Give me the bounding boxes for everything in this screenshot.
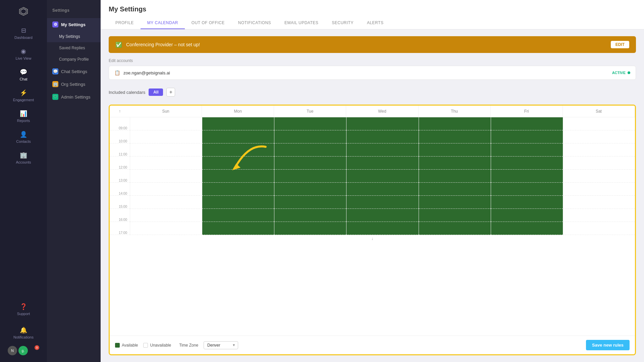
day-cell[interactable] [419, 196, 491, 209]
sidebar-item-engagement[interactable]: ⚡ Engagement [3, 86, 44, 105]
day-col-thu[interactable] [419, 117, 491, 235]
day-cell[interactable] [274, 196, 346, 209]
day-col-sun[interactable] [130, 117, 202, 235]
day-cell[interactable] [346, 209, 418, 222]
day-cell[interactable] [130, 183, 202, 196]
day-cell[interactable] [202, 196, 274, 209]
day-cell[interactable] [419, 183, 491, 196]
sub-sidebar-item-my-settings-sub[interactable]: My Settings [47, 31, 101, 42]
day-cell[interactable] [563, 196, 635, 209]
day-cell[interactable] [202, 143, 274, 157]
day-cell[interactable] [419, 222, 491, 235]
day-cell[interactable] [346, 222, 418, 235]
day-cell[interactable] [130, 196, 202, 209]
day-cell[interactable] [491, 117, 563, 130]
day-cell[interactable] [130, 157, 202, 170]
day-cell[interactable] [491, 157, 563, 170]
day-cell[interactable] [274, 143, 346, 157]
day-cell[interactable] [563, 143, 635, 157]
tab-notifications[interactable]: Notifications [231, 17, 278, 29]
day-cell[interactable] [202, 170, 274, 183]
day-cell[interactable] [202, 130, 274, 143]
day-col-fri[interactable] [491, 117, 563, 235]
day-cell[interactable] [491, 209, 563, 222]
day-cell[interactable] [130, 130, 202, 143]
day-cell[interactable] [491, 143, 563, 157]
edit-button[interactable]: EDIT [611, 41, 629, 48]
day-cell[interactable] [274, 222, 346, 235]
day-col-sat[interactable] [563, 117, 635, 235]
sub-sidebar-item-chat-settings[interactable]: 💬 Chat Settings [47, 65, 101, 78]
day-cell[interactable] [563, 117, 635, 130]
day-cell[interactable] [202, 117, 274, 130]
sidebar-item-chat[interactable]: 💬 Chat [3, 65, 44, 84]
day-cell[interactable] [274, 157, 346, 170]
day-cell[interactable] [202, 183, 274, 196]
day-cell[interactable] [491, 222, 563, 235]
tab-out-of-office[interactable]: Out of Office [185, 17, 231, 29]
sub-sidebar-item-my-settings[interactable]: ⚙ My Settings [47, 18, 101, 31]
day-cell[interactable] [346, 117, 418, 130]
add-calendar-button[interactable]: + [166, 88, 175, 97]
day-col-wed[interactable] [346, 117, 418, 235]
day-cell[interactable] [419, 170, 491, 183]
day-col-tue[interactable] [274, 117, 346, 235]
sidebar-item-support[interactable]: ❓ Support [14, 300, 33, 319]
tab-my-calendar[interactable]: My Calendar [141, 17, 185, 29]
day-cell[interactable] [202, 209, 274, 222]
day-cell[interactable] [130, 222, 202, 235]
tab-profile[interactable]: Profile [109, 17, 141, 29]
sidebar-item-reports[interactable]: 📊 Reports [3, 107, 44, 126]
day-cell[interactable] [419, 209, 491, 222]
day-cell[interactable] [563, 170, 635, 183]
sidebar-item-contacts[interactable]: 👤 Contacts [3, 127, 44, 147]
tab-email-updates[interactable]: Email Updates [278, 17, 325, 29]
day-cell[interactable] [491, 183, 563, 196]
sidebar-item-dashboard[interactable]: ⊟ Dashboard [3, 23, 44, 43]
day-cell[interactable] [202, 222, 274, 235]
day-cell[interactable] [346, 183, 418, 196]
sub-sidebar-item-org-settings[interactable]: 🏢 Org Settings [47, 78, 101, 90]
day-cell[interactable] [491, 170, 563, 183]
day-cell[interactable] [419, 143, 491, 157]
day-cell[interactable] [274, 130, 346, 143]
day-cell[interactable] [563, 157, 635, 170]
day-cell[interactable] [419, 157, 491, 170]
day-cell[interactable] [491, 196, 563, 209]
user-avatar-group[interactable]: N g. 9 [8, 346, 39, 355]
sub-sidebar-item-admin-settings[interactable]: 🛡 Admin Settings [47, 90, 101, 103]
day-cell[interactable] [274, 117, 346, 130]
day-cell[interactable] [563, 183, 635, 196]
day-cell[interactable] [130, 117, 202, 130]
day-cell[interactable] [563, 222, 635, 235]
day-cell[interactable] [346, 157, 418, 170]
timezone-select[interactable]: Denver UTC New York Los Angeles Chicago [204, 341, 238, 349]
sub-sidebar-item-company-profile[interactable]: Company Profile [47, 54, 101, 65]
tab-security[interactable]: Security [325, 17, 360, 29]
sidebar-item-live-view[interactable]: ◉ Live View [3, 44, 44, 64]
day-cell[interactable] [346, 170, 418, 183]
save-new-rules-button[interactable]: Save new rules [586, 340, 630, 350]
day-cell[interactable] [346, 196, 418, 209]
day-cell[interactable] [419, 117, 491, 130]
all-calendars-button[interactable]: All [149, 88, 163, 96]
day-cell[interactable] [130, 209, 202, 222]
day-cell[interactable] [563, 209, 635, 222]
tab-alerts[interactable]: Alerts [360, 17, 390, 29]
sub-sidebar-item-saved-replies[interactable]: Saved Replies [47, 42, 101, 54]
day-cell[interactable] [130, 170, 202, 183]
scroll-up-icon[interactable]: ↑ [119, 109, 121, 114]
day-col-mon[interactable] [202, 117, 274, 235]
day-cell[interactable] [274, 170, 346, 183]
day-cell[interactable] [346, 130, 418, 143]
day-cell[interactable] [491, 130, 563, 143]
sidebar-item-notifications[interactable]: 🔔 Notifications [11, 323, 36, 343]
day-cell[interactable] [563, 130, 635, 143]
day-cell[interactable] [346, 143, 418, 157]
day-cell[interactable] [419, 130, 491, 143]
day-cell[interactable] [130, 143, 202, 157]
day-cell[interactable] [274, 183, 346, 196]
day-cell[interactable] [274, 209, 346, 222]
day-cell[interactable] [202, 157, 274, 170]
sidebar-item-accounts[interactable]: 🏢 Accounts [3, 148, 44, 168]
